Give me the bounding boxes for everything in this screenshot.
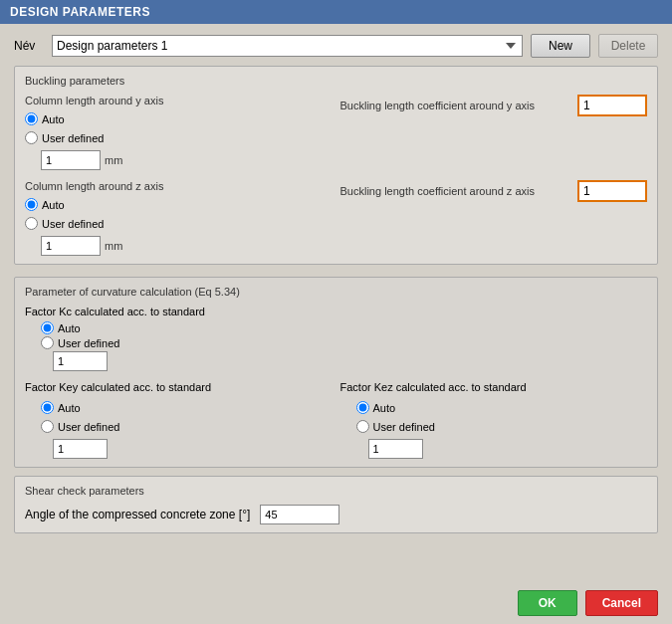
coeff-y-field: Buckling length coefficient around y axi… xyxy=(340,95,648,116)
dialog: DESIGN PARAMETERS Név Design parameters … xyxy=(0,0,672,624)
column-z-input[interactable] xyxy=(41,236,101,256)
kc-user-label: User defined xyxy=(58,337,119,349)
buckling-grid: Column length around y axis Auto User de… xyxy=(25,95,647,170)
buckling-grid-z: Column length around z axis Auto User de… xyxy=(25,180,647,256)
kez-auto-radio[interactable] xyxy=(356,401,369,414)
content-area: Név Design parameters 1 New Delete Buckl… xyxy=(0,24,672,582)
coeff-y-label: Buckling length coefficient around y axi… xyxy=(340,100,570,111)
cancel-button[interactable]: Cancel xyxy=(585,590,658,616)
column-y-input[interactable] xyxy=(41,150,101,170)
title-bar: DESIGN PARAMETERS xyxy=(0,0,672,24)
angle-label: Angle of the compressed concrete zone [°… xyxy=(25,508,250,521)
column-z-auto-radio[interactable] xyxy=(25,198,38,211)
coeff-y-input[interactable] xyxy=(577,95,647,116)
column-z-input-group: mm xyxy=(25,236,333,256)
footer: OK Cancel xyxy=(0,582,672,624)
column-z-label: Column length around z axis xyxy=(25,180,333,192)
shear-section-title: Shear check parameters xyxy=(25,485,647,497)
coeff-z-label: Buckling length coefficient around z axi… xyxy=(340,185,570,197)
title-label: DESIGN PARAMETERS xyxy=(10,5,150,19)
kez-user-row: User defined xyxy=(340,420,648,433)
kez-user-radio[interactable] xyxy=(356,420,369,433)
column-z-auto-label: Auto xyxy=(42,199,65,211)
shear-row: Angle of the compressed concrete zone [°… xyxy=(25,505,647,524)
key-user-row: User defined xyxy=(25,420,333,433)
key-input[interactable] xyxy=(53,439,108,459)
kc-auto-row: Auto xyxy=(25,321,647,334)
column-y-input-group: mm xyxy=(25,150,333,170)
kez-user-label: User defined xyxy=(373,421,435,433)
kc-input-row xyxy=(25,351,647,371)
curvature-section-title: Parameter of curvature calculation (Eq 5… xyxy=(25,286,647,298)
kc-user-row: User defined xyxy=(25,336,647,349)
kez-auto-row: Auto xyxy=(340,401,648,414)
kez-auto-label: Auto xyxy=(373,402,396,414)
curvature-section: Parameter of curvature calculation (Eq 5… xyxy=(14,277,658,468)
key-kez-grid: Factor Key calculated acc. to standard A… xyxy=(25,381,647,459)
shear-section: Shear check parameters Angle of the comp… xyxy=(14,476,658,533)
column-z-user-row: User defined xyxy=(25,217,333,230)
kez-input[interactable] xyxy=(368,439,423,459)
kc-auto-radio[interactable] xyxy=(41,321,54,334)
factor-key-group: Factor Key calculated acc. to standard A… xyxy=(25,381,333,459)
new-button[interactable]: New xyxy=(531,34,590,58)
column-y-user-radio[interactable] xyxy=(25,131,38,144)
factor-kc-label: Factor Kc calculated acc. to standard xyxy=(25,306,647,317)
column-y-label: Column length around y axis xyxy=(25,95,333,106)
column-z-auto-row: Auto xyxy=(25,198,333,211)
kc-user-radio[interactable] xyxy=(41,336,54,349)
key-auto-row: Auto xyxy=(25,401,333,414)
name-row: Név Design parameters 1 New Delete xyxy=(14,34,658,58)
kc-input[interactable] xyxy=(53,351,108,371)
factor-key-label: Factor Key calculated acc. to standard xyxy=(25,381,333,393)
column-y-auto-label: Auto xyxy=(42,113,65,125)
column-y-user-row: User defined xyxy=(25,131,333,144)
column-z-user-label: User defined xyxy=(42,218,104,230)
buckling-section: Buckling parameters Column length around… xyxy=(14,66,658,265)
column-z-group: Column length around z axis Auto User de… xyxy=(25,180,333,256)
ok-button[interactable]: OK xyxy=(518,590,577,616)
key-input-row xyxy=(25,439,333,459)
design-params-select[interactable]: Design parameters 1 xyxy=(52,35,523,57)
key-user-label: User defined xyxy=(58,421,119,433)
name-label: Név xyxy=(14,39,44,53)
factor-kez-group: Factor Kez calculated acc. to standard A… xyxy=(340,381,648,459)
key-auto-label: Auto xyxy=(58,402,81,414)
kc-auto-label: Auto xyxy=(58,322,81,334)
coeff-z-group: Buckling length coefficient around z axi… xyxy=(340,180,648,256)
column-z-unit: mm xyxy=(105,240,122,252)
coeff-z-input[interactable] xyxy=(577,180,647,202)
angle-input[interactable] xyxy=(260,505,339,524)
delete-button[interactable]: Delete xyxy=(598,34,658,58)
column-y-auto-row: Auto xyxy=(25,112,333,125)
column-y-auto-radio[interactable] xyxy=(25,112,38,125)
column-y-user-label: User defined xyxy=(42,132,104,144)
key-user-radio[interactable] xyxy=(41,420,54,433)
coeff-y-group: Buckling length coefficient around y axi… xyxy=(340,95,648,170)
column-y-unit: mm xyxy=(105,154,122,166)
buckling-section-title: Buckling parameters xyxy=(25,75,647,87)
factor-kez-label: Factor Kez calculated acc. to standard xyxy=(340,381,648,393)
column-y-group: Column length around y axis Auto User de… xyxy=(25,95,333,170)
column-z-user-radio[interactable] xyxy=(25,217,38,230)
coeff-z-field: Buckling length coefficient around z axi… xyxy=(340,180,648,202)
kez-input-row xyxy=(340,439,648,459)
key-auto-radio[interactable] xyxy=(41,401,54,414)
